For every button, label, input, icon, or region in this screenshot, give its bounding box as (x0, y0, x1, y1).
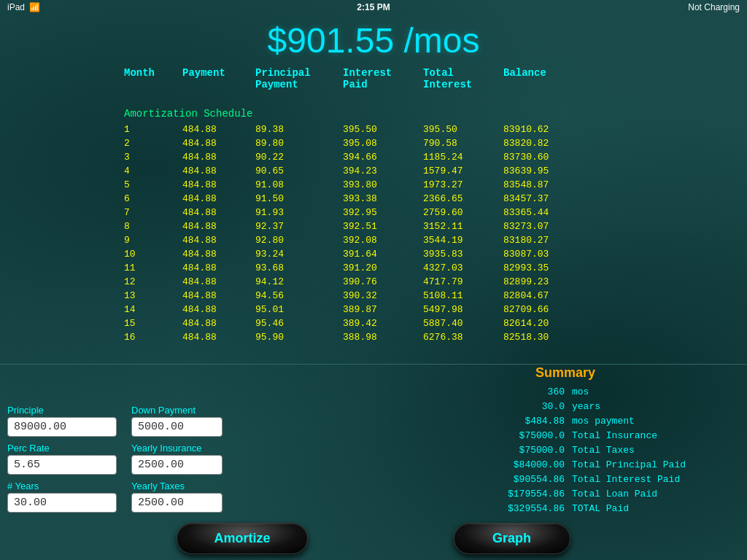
cell-interest: 391.64 (343, 247, 423, 261)
cell-month: 11 (124, 261, 182, 275)
cell-total: 5108.11 (423, 289, 503, 303)
cell-total: 2366.65 (423, 192, 503, 206)
cell-month: 9 (124, 233, 182, 247)
cell-principal: 93.68 (255, 261, 343, 275)
cell-balance: 83730.60 (503, 150, 584, 164)
cell-month: 8 (124, 219, 182, 233)
cell-total: 3544.19 (423, 233, 503, 247)
status-left: iPad 📶 (7, 2, 40, 12)
down-payment-input[interactable] (131, 417, 222, 437)
cell-total: 2759.60 (423, 206, 503, 219)
years-input[interactable] (7, 493, 117, 513)
cell-principal: 94.12 (255, 275, 343, 289)
cell-month: 6 (124, 192, 182, 206)
table-row: 14 484.88 95.01 389.87 5497.98 82709.66 (124, 303, 740, 316)
table-row: 16 484.88 95.90 388.98 6276.38 82518.30 (124, 330, 740, 344)
cell-total: 5887.40 (423, 316, 503, 330)
monthly-payment-display: $901.55 /mos (0, 15, 747, 63)
cell-balance: 82518.30 (503, 330, 584, 344)
cell-balance: 82993.35 (503, 261, 584, 275)
cell-month: 4 (124, 164, 182, 178)
cell-payment: 484.88 (182, 164, 255, 178)
cell-total: 4717.79 (423, 275, 503, 289)
inputs-panel: Principle Down Payment Perc Rate Yearly … (7, 405, 255, 513)
principle-group: Principle (7, 405, 117, 437)
summary-value: $84000.00 (477, 458, 565, 472)
inputs-row-1: Principle Down Payment (7, 405, 255, 437)
cell-balance: 83273.07 (503, 219, 584, 233)
cell-interest: 390.32 (343, 289, 423, 303)
cell-month: 12 (124, 275, 182, 289)
yearly-insurance-input[interactable] (131, 455, 222, 475)
cell-balance: 82804.67 (503, 289, 584, 303)
cell-balance: 83548.87 (503, 178, 584, 192)
table-row: 3 484.88 90.22 394.66 1185.24 83730.60 (124, 150, 740, 164)
cell-interest: 392.08 (343, 233, 423, 247)
perc-rate-group: Perc Rate (7, 443, 117, 475)
col-header-principal: Principal Payment (255, 67, 343, 90)
cell-payment: 484.88 (182, 289, 255, 303)
summary-desc: Total Interest Paid (572, 472, 680, 487)
cell-total: 395.50 (423, 122, 503, 136)
cell-interest: 392.95 (343, 206, 423, 219)
summary-title: Summary (477, 365, 740, 381)
cell-interest: 389.42 (343, 316, 423, 330)
summary-desc: mos payment (572, 414, 635, 429)
cell-balance: 83910.62 (503, 122, 584, 136)
cell-payment: 484.88 (182, 122, 255, 136)
cell-balance: 82709.66 (503, 303, 584, 316)
cell-principal: 89.80 (255, 136, 343, 150)
col-header-total: Total Interest (423, 67, 503, 90)
cell-balance: 82899.23 (503, 275, 584, 289)
cell-payment: 484.88 (182, 247, 255, 261)
table-row: 4 484.88 90.65 394.23 1579.47 83639.95 (124, 164, 740, 178)
amortize-button[interactable]: Amortize (177, 523, 307, 554)
col-header-month: Month (124, 67, 182, 90)
summary-row: $90554.86 Total Interest Paid (477, 472, 740, 487)
perc-rate-input[interactable] (7, 455, 117, 475)
cell-principal: 95.46 (255, 316, 343, 330)
cell-principal: 90.65 (255, 164, 343, 178)
cell-principal: 92.80 (255, 233, 343, 247)
cell-month: 7 (124, 206, 182, 219)
years-label: # Years (7, 481, 117, 491)
cell-payment: 484.88 (182, 150, 255, 164)
yearly-insurance-group: Yearly Insurance (131, 443, 222, 475)
cell-balance: 83180.27 (503, 233, 584, 247)
cell-interest: 389.87 (343, 303, 423, 316)
summary-panel: Summary 360 mos 30.0 years $484.88 mos p… (477, 365, 740, 516)
buttons-row: Amortize Graph (0, 523, 747, 554)
table-row: 1 484.88 89.38 395.50 395.50 83910.62 (124, 122, 740, 136)
cell-principal: 95.01 (255, 303, 343, 316)
separator-line (0, 364, 747, 365)
yearly-taxes-input[interactable] (131, 493, 222, 513)
yearly-insurance-label: Yearly Insurance (131, 443, 222, 454)
cell-principal: 90.22 (255, 150, 343, 164)
cell-balance: 83639.95 (503, 164, 584, 178)
cell-month: 3 (124, 150, 182, 164)
summary-value: $90554.86 (477, 472, 565, 487)
cell-interest: 394.23 (343, 164, 423, 178)
status-time: 2:15 PM (357, 2, 390, 12)
battery-status: Not Charging (688, 2, 740, 12)
summary-desc: Total Insurance (572, 429, 657, 443)
principle-input[interactable] (7, 417, 117, 437)
cell-payment: 484.88 (182, 330, 255, 344)
col-header-payment: Payment (182, 67, 255, 90)
table-row: 10 484.88 93.24 391.64 3935.83 83087.03 (124, 247, 740, 261)
cell-total: 6276.38 (423, 330, 503, 344)
cell-payment: 484.88 (182, 219, 255, 233)
amort-table: 1 484.88 89.38 395.50 395.50 83910.62 2 … (124, 122, 740, 344)
cell-interest: 393.80 (343, 178, 423, 192)
table-row: 5 484.88 91.08 393.80 1973.27 83548.87 (124, 178, 740, 192)
cell-payment: 484.88 (182, 178, 255, 192)
inputs-row-2: Perc Rate Yearly Insurance (7, 443, 255, 475)
cell-balance: 83087.03 (503, 247, 584, 261)
summary-row: $84000.00 Total Principal Paid (477, 458, 740, 472)
col-header-interest: Interest Paid (343, 67, 423, 90)
graph-button[interactable]: Graph (454, 523, 570, 554)
principle-label: Principle (7, 405, 117, 416)
cell-payment: 484.88 (182, 206, 255, 219)
cell-total: 5497.98 (423, 303, 503, 316)
yearly-taxes-group: Yearly Taxes (131, 481, 222, 513)
